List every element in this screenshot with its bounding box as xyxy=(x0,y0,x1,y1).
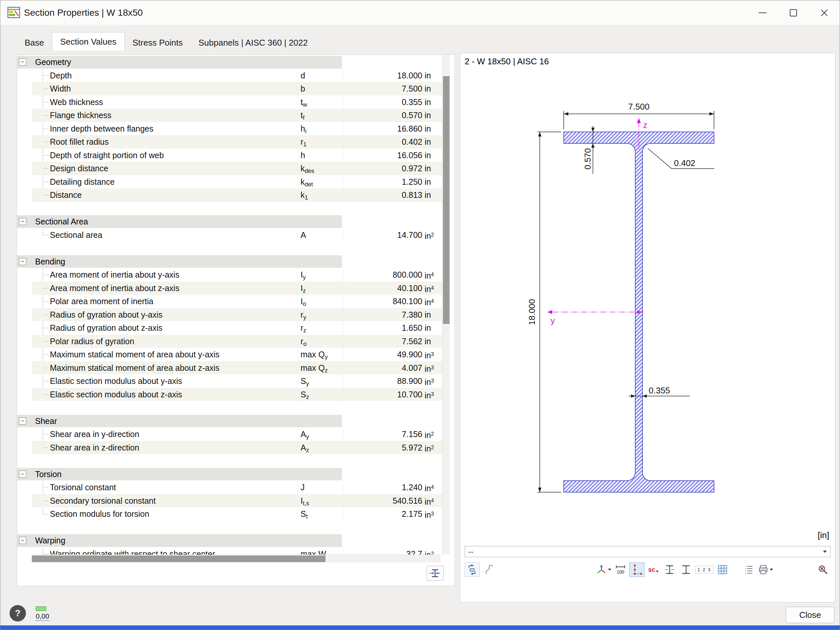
stress-points-button[interactable] xyxy=(629,562,644,577)
property-symbol: h xyxy=(298,148,305,162)
table-row[interactable]: Root fillet radiusr10.402in xyxy=(17,135,442,148)
property-label: Secondary torsional constant xyxy=(50,494,156,508)
annotation-dropdown[interactable]: -- xyxy=(465,546,831,557)
table-row[interactable]: Depth of straight portion of webh16.056i… xyxy=(17,148,442,162)
collapse-toggle[interactable]: − xyxy=(19,537,26,544)
table-row[interactable]: Maximum statical moment of area about y-… xyxy=(17,348,442,361)
table-row[interactable]: Shear area in y-directionAy7.156in2 xyxy=(17,428,442,441)
table-row[interactable]: Radius of gyration about y-axisry7.380in xyxy=(17,308,442,322)
property-unit: in xyxy=(425,162,431,175)
app-icon xyxy=(8,6,20,19)
property-unit: in xyxy=(425,335,431,348)
table-row[interactable]: Secondary torsional constantIt,s540.516i… xyxy=(17,494,442,508)
dropdown-value: -- xyxy=(468,546,474,557)
table-row[interactable]: Radius of gyration about z-axisrz1.650in xyxy=(17,321,442,335)
property-label: Width xyxy=(50,82,71,95)
print-button[interactable] xyxy=(758,562,774,577)
property-value: 40.100 xyxy=(344,281,422,295)
table-row[interactable]: Warping ordinate with respect to shear c… xyxy=(17,547,442,555)
group-header-row[interactable]: −Bending xyxy=(17,255,442,268)
view-orientation-button[interactable] xyxy=(596,562,612,577)
tab-subpanels[interactable]: Subpanels | AISC 360 | 2022 xyxy=(191,35,316,51)
shear-center-button[interactable]: sc xyxy=(646,562,661,577)
table-row[interactable]: Elastic section modulus about z-axisSz10… xyxy=(17,388,442,401)
table-row[interactable]: Area moment of inertia about z-axisIz40.… xyxy=(17,281,442,295)
dimensioning-button[interactable]: 100 xyxy=(613,562,628,577)
collapse-toggle[interactable]: − xyxy=(19,471,26,478)
group-header-row[interactable]: −Torsion xyxy=(17,467,442,481)
table-row[interactable]: Elastic section modulus about y-axisSy88… xyxy=(17,374,442,388)
collapse-toggle[interactable]: − xyxy=(19,417,26,425)
property-symbol: max Wno xyxy=(298,547,333,555)
table-row[interactable]: Detailing distancekdet1.250in xyxy=(17,175,442,189)
collapse-toggle[interactable]: − xyxy=(19,58,26,66)
group-header-row[interactable]: −Geometry xyxy=(17,55,442,69)
property-symbol: tw xyxy=(298,95,307,109)
close-button[interactable]: Close xyxy=(786,607,834,623)
group-header-row[interactable]: −Shear xyxy=(17,414,442,428)
section-info-button[interactable] xyxy=(426,566,444,581)
shear-center-label: sc xyxy=(648,566,655,573)
table-row[interactable]: Polar area moment of inertiaIo840.100in4 xyxy=(17,295,442,308)
group-header-row[interactable]: −Warping xyxy=(17,534,442,547)
rotate-section-button[interactable] xyxy=(465,562,480,577)
horizontal-scrollbar[interactable] xyxy=(32,554,441,562)
collapse-toggle[interactable]: − xyxy=(19,218,26,225)
property-unit: in xyxy=(425,82,431,95)
table-row[interactable]: Design distancekdes0.972in xyxy=(17,162,442,175)
table-row[interactable]: Distancek10.813in xyxy=(17,188,442,202)
property-symbol: Iz xyxy=(298,281,306,295)
property-value: 0.972 xyxy=(344,162,422,175)
details-button[interactable] xyxy=(741,562,756,577)
reset-zoom-button[interactable] xyxy=(815,562,831,577)
dim-fillet-label: 0.402 xyxy=(674,158,695,168)
table-row[interactable]: Flange thicknesstf0.570in xyxy=(17,109,442,122)
property-unit: in4 xyxy=(425,268,434,283)
property-value: 14.700 xyxy=(344,228,422,242)
dimension-scale-icon: 100 xyxy=(615,564,626,575)
table-row[interactable]: Polar radius of gyrationro7.562in xyxy=(17,335,442,348)
table-row[interactable]: Shear area in z-directionAz5.972in2 xyxy=(17,441,442,455)
property-symbol: Sy xyxy=(298,374,309,388)
property-symbol: Io xyxy=(298,295,306,308)
tab-base[interactable]: Base xyxy=(17,35,52,51)
shape-curve-button[interactable] xyxy=(482,562,497,577)
vertical-scrollbar[interactable] xyxy=(442,55,450,554)
table-row[interactable]: Sectional areaA14.700in2 xyxy=(17,228,442,242)
table-row[interactable]: Widthb7.500in xyxy=(17,82,442,95)
numbering-button[interactable]: 1 2 3 xyxy=(695,562,714,577)
group-title: Bending xyxy=(35,255,65,268)
decimal-places-button[interactable]: 0,00 xyxy=(34,605,55,622)
dimension-lines-button[interactable] xyxy=(662,562,677,577)
table-row[interactable]: Inner depth between flangeshi16.860in xyxy=(17,122,442,136)
dialog-window: Section Properties | W 18x50 Base Sectio… xyxy=(0,0,840,630)
property-label: Warping ordinate with respect to shear c… xyxy=(50,547,215,555)
property-unit: in xyxy=(425,135,431,148)
property-unit: in3 xyxy=(425,361,434,376)
vertical-scrollbar-thumb[interactable] xyxy=(443,76,450,324)
maximize-icon xyxy=(790,9,797,16)
table-row[interactable]: Web thicknesstw0.355in xyxy=(17,95,442,109)
tab-stress-points[interactable]: Stress Points xyxy=(125,35,191,51)
close-window-button[interactable] xyxy=(809,0,840,25)
property-value: 7.562 xyxy=(344,335,422,348)
grid-button[interactable] xyxy=(715,562,730,577)
collapse-toggle[interactable]: − xyxy=(19,258,26,265)
table-row[interactable]: Area moment of inertia about y-axisIy800… xyxy=(17,268,442,281)
table-row[interactable]: Maximum statical moment of area about z-… xyxy=(17,361,442,375)
property-symbol: max Qz xyxy=(298,361,328,375)
section-outline-button[interactable] xyxy=(679,562,694,577)
table-row[interactable]: Torsional constantJ1.240in4 xyxy=(17,481,442,494)
group-header-row[interactable]: −Sectional Area xyxy=(17,215,442,228)
horizontal-scrollbar-thumb[interactable] xyxy=(32,556,325,562)
tab-section-values[interactable]: Section Values xyxy=(52,32,125,51)
maximize-button[interactable] xyxy=(778,0,809,25)
property-unit: in xyxy=(425,188,431,202)
property-label: Torsional constant xyxy=(50,481,116,494)
property-unit: in3 xyxy=(425,507,434,522)
minimize-button[interactable] xyxy=(747,0,778,25)
table-row[interactable]: Depthd18.000in xyxy=(17,69,442,82)
help-button[interactable]: ? xyxy=(9,605,26,622)
property-symbol: St xyxy=(298,507,308,521)
table-row[interactable]: Section modulus for torsionSt2.175in3 xyxy=(17,507,442,521)
